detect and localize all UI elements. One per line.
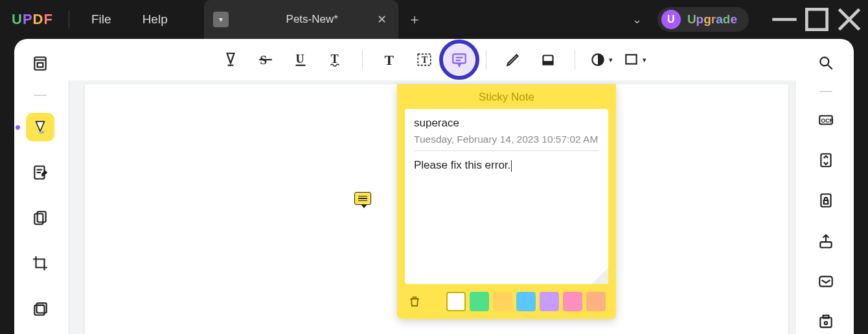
sticky-note-tool[interactable]	[444, 45, 474, 75]
page-fold-icon	[591, 267, 608, 284]
protect-button[interactable]	[812, 188, 840, 213]
sticky-note-popup: Sticky Note superace Tuesday, February 1…	[397, 84, 616, 319]
right-sidebar: OCR	[798, 39, 854, 334]
svg-rect-26	[543, 56, 553, 62]
sticky-note-author: superace	[414, 117, 599, 130]
chevron-down-icon: ▾	[643, 56, 646, 64]
left-sidebar	[14, 39, 66, 334]
center-column: S U T T T ▾ ▾ Sti	[66, 39, 798, 334]
squiggly-tool[interactable]: T	[321, 45, 350, 75]
tools-mode-button[interactable]	[26, 294, 54, 323]
sticky-note-card: superace Tuesday, February 14, 2023 10:5…	[405, 109, 608, 284]
window-close-icon[interactable]	[833, 6, 865, 32]
separator	[69, 10, 69, 29]
textbox-tool[interactable]: T	[409, 45, 439, 75]
svg-point-40	[825, 322, 827, 324]
svg-rect-36	[824, 200, 828, 204]
separator	[819, 91, 832, 92]
svg-text:OCR: OCR	[821, 117, 834, 124]
pdf-page[interactable]: Sticky Note superace Tuesday, February 1…	[85, 84, 788, 334]
color-swatch-white[interactable]	[446, 292, 466, 311]
separator	[34, 95, 47, 96]
annotation-toolbar: S U T T T ▾ ▾	[66, 39, 798, 80]
highlighter-tool[interactable]	[216, 45, 246, 75]
workspace: S U T T T ▾ ▾ Sti	[14, 39, 854, 334]
reader-mode-button[interactable]	[26, 49, 54, 78]
eraser-tool[interactable]	[533, 45, 563, 75]
document-canvas[interactable]: Sticky Note superace Tuesday, February 1…	[69, 80, 795, 334]
share-button[interactable]	[812, 228, 840, 253]
svg-rect-23	[453, 54, 466, 63]
svg-line-31	[828, 65, 832, 69]
underline-tool[interactable]: U	[286, 45, 315, 75]
svg-rect-27	[543, 62, 553, 64]
tab-menu-icon[interactable]: ▾	[213, 12, 229, 27]
tab-close-icon[interactable]: ✕	[377, 12, 387, 27]
svg-rect-29	[626, 54, 636, 64]
menu-file[interactable]: File	[76, 12, 127, 27]
upgrade-label: Upgrade	[687, 12, 737, 27]
sticky-note-date: Tuesday, February 14, 2023 10:57:02 AM	[414, 134, 599, 151]
color-swatch-green[interactable]	[470, 292, 489, 311]
svg-rect-1	[806, 9, 827, 29]
app-logo: UPDF	[3, 11, 62, 28]
active-indicator	[16, 125, 20, 130]
sticky-note-marker[interactable]	[354, 192, 371, 205]
sticky-note-title: Sticky Note	[405, 91, 608, 104]
svg-rect-6	[37, 132, 44, 134]
color-swatch-purple[interactable]	[540, 292, 559, 311]
comment-mode-button[interactable]	[26, 113, 54, 141]
strikethrough-tool[interactable]: S	[251, 45, 280, 75]
title-bar: UPDF File Help ▾ Pets-New* ✕ ＋ ⌄ U Upgra…	[0, 0, 868, 39]
svg-rect-37	[820, 242, 831, 248]
stamp-tool[interactable]: ▾	[587, 45, 615, 75]
tab-title: Pets-New*	[255, 13, 389, 26]
svg-rect-38	[819, 276, 832, 286]
color-swatch-blue[interactable]	[516, 292, 536, 311]
save-button[interactable]	[812, 309, 840, 334]
user-badge: U	[661, 10, 681, 29]
window-minimize-icon[interactable]	[768, 6, 801, 32]
new-tab-button[interactable]: ＋	[398, 0, 431, 39]
pencil-tool[interactable]	[498, 45, 528, 75]
sticky-note-footer	[405, 292, 608, 311]
document-tab[interactable]: ▾ Pets-New* ✕	[204, 0, 398, 39]
separator	[362, 50, 363, 69]
menu-help[interactable]: Help	[127, 12, 183, 27]
svg-rect-5	[38, 63, 43, 67]
email-button[interactable]	[812, 269, 840, 294]
convert-button[interactable]	[812, 148, 840, 173]
text-tool[interactable]: T	[374, 45, 404, 75]
ocr-button[interactable]: OCR	[812, 108, 840, 132]
search-button[interactable]	[812, 51, 840, 75]
color-swatch-yellow[interactable]	[493, 292, 512, 311]
chevron-down-icon: ▾	[609, 56, 613, 64]
shape-tool[interactable]: ▾	[621, 45, 649, 75]
svg-text:U: U	[295, 53, 304, 66]
crop-mode-button[interactable]	[26, 249, 54, 278]
edit-mode-button[interactable]	[26, 158, 54, 187]
svg-text:T: T	[421, 54, 428, 65]
color-swatch-pink[interactable]	[563, 292, 582, 311]
sticky-note-body[interactable]: Please fix this error.	[414, 159, 512, 172]
color-swatch-orange[interactable]	[586, 292, 606, 311]
tabs-overflow-icon[interactable]: ⌄	[621, 12, 654, 27]
svg-point-30	[820, 57, 828, 66]
upgrade-button[interactable]: U Upgrade	[657, 7, 749, 32]
separator	[486, 50, 486, 69]
window-maximize-icon[interactable]	[801, 6, 833, 32]
separator	[575, 50, 575, 69]
organize-pages-button[interactable]	[26, 204, 54, 232]
delete-note-button[interactable]	[405, 292, 424, 311]
svg-text:T: T	[384, 53, 394, 68]
